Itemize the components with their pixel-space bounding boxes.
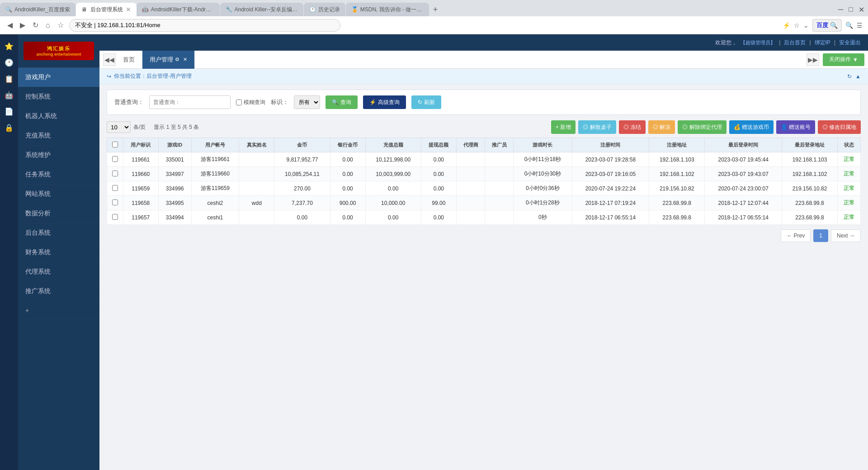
- logout-link[interactable]: 安全退出: [839, 39, 861, 47]
- search-icon2: 🔍: [332, 99, 339, 105]
- menu-icon[interactable]: ☰: [857, 22, 863, 29]
- per-page-select[interactable]: 10 20 50 100: [107, 121, 131, 133]
- nav-prev-btn[interactable]: ◀◀: [103, 53, 116, 66]
- record-count: 显示 1 至 5 共 5 条: [154, 123, 199, 131]
- cell-checkbox[interactable]: [107, 196, 123, 210]
- back-button[interactable]: ◀: [5, 20, 14, 30]
- browser-tab-3[interactable]: 🤖 AndroidKiller下载-AndroidKille...: [137, 3, 220, 16]
- sidebar-item-task[interactable]: 任务系统: [18, 165, 99, 185]
- unbind-agent-label: ◎ 解除绑定代理: [682, 123, 722, 131]
- th-coins: 金币: [274, 138, 330, 152]
- refresh-button[interactable]: ↻ 刷新: [411, 95, 441, 109]
- sidebar-icon-star[interactable]: ⭐: [2, 39, 16, 53]
- unfreeze-button[interactable]: ◎ 解冻: [648, 120, 675, 134]
- tab-close-icon[interactable]: ✕: [183, 57, 187, 62]
- sidebar-item-data[interactable]: 数据分析: [18, 204, 99, 223]
- row-checkbox-2[interactable]: [112, 185, 118, 191]
- gift-coin-button[interactable]: 💰 赠送游戏币: [729, 120, 774, 134]
- sidebar-item-finance[interactable]: 财务系统: [18, 243, 99, 262]
- sidebar-item-promo[interactable]: 推广系统: [18, 282, 99, 301]
- tab-user-management[interactable]: 用户管理 ⚙ ✕: [142, 51, 195, 69]
- cell-real-name: [239, 181, 274, 196]
- sidebar-item-game-users[interactable]: 游戏用户: [18, 68, 99, 87]
- advanced-icon: ⚡: [369, 99, 376, 105]
- browser-tab-1[interactable]: 🔍 AndroidKiller_百度搜索: [0, 3, 75, 16]
- tab-home[interactable]: 首页: [116, 51, 142, 69]
- backend-home-link[interactable]: 后台首页: [784, 39, 806, 47]
- search-box[interactable]: 百度 🔍: [812, 19, 842, 32]
- sidebar-icon-robot[interactable]: 🤖: [2, 88, 16, 102]
- browser-tab-2[interactable]: 🖥 后台管理系统 ✕: [76, 3, 137, 16]
- sidebar-item-more[interactable]: +: [18, 301, 99, 320]
- sidebar-item-game-users-label: 游戏用户: [25, 73, 51, 81]
- browser-tab-4[interactable]: 🔧 Android Killer--安卓反编译工具...: [220, 3, 303, 16]
- page-1-button[interactable]: 1: [813, 229, 828, 242]
- forward-button[interactable]: ▶: [18, 20, 27, 30]
- home-button[interactable]: ⌂: [44, 20, 52, 30]
- cell-checkbox[interactable]: [107, 181, 123, 196]
- refresh-icon[interactable]: ↻: [847, 73, 852, 80]
- cell-coins: 270.00: [274, 181, 330, 196]
- cell-promoter: [485, 167, 514, 181]
- close-ops-button[interactable]: 关闭操作 ▼: [823, 53, 864, 66]
- cell-promoter: [485, 196, 514, 210]
- cell-last-login-addr: 223.68.99.8: [782, 196, 838, 210]
- header-row: 用户标识 游戏ID 用户帐号 真实姓名 金币 银行金币 充值总额 提现总额 代理…: [107, 138, 861, 152]
- select-all-checkbox[interactable]: [112, 142, 118, 147]
- browser-tab-6[interactable]: 🏅 MSDN, 我告诉你 - 做一个安静...: [346, 3, 429, 16]
- sidebar-item-recharge[interactable]: 充值系统: [18, 126, 99, 146]
- sidebar-item-agent[interactable]: 代理系统: [18, 262, 99, 282]
- unfreeze-label: ◎ 解冻: [653, 123, 670, 131]
- bookmark-button[interactable]: ☆: [56, 20, 66, 30]
- nav-next-btn[interactable]: ▶▶: [807, 53, 819, 66]
- modify-button[interactable]: ◎ 修改归属地: [818, 120, 861, 134]
- th-last-login: 最后登录时间: [705, 138, 782, 152]
- sidebar-icon-list[interactable]: 📋: [2, 71, 16, 86]
- tab1-label: AndroidKiller_百度搜索: [14, 6, 70, 14]
- next-page-button[interactable]: Next →: [831, 229, 861, 242]
- search-button[interactable]: 🔍 查询: [326, 95, 358, 109]
- browser-tab-5[interactable]: 🕐 历史记录: [304, 3, 345, 16]
- close-icon[interactable]: ✕: [859, 5, 864, 14]
- fuzzy-search-checkbox[interactable]: [236, 100, 242, 105]
- cell-reg-time: 2023-03-07 19:16:05: [572, 167, 649, 181]
- search-input[interactable]: [149, 95, 231, 109]
- star-icon[interactable]: ☆: [794, 22, 800, 29]
- minimize-icon[interactable]: ─: [838, 5, 843, 14]
- sidebar-icon-lock[interactable]: 🔒: [2, 120, 16, 135]
- search-icon[interactable]: 🔍: [845, 22, 853, 29]
- collapse-icon[interactable]: ▲: [855, 73, 861, 80]
- sidebar-item-website[interactable]: 网站系统: [18, 185, 99, 204]
- sidebar-icon-history[interactable]: 🕐: [2, 55, 16, 70]
- address-input[interactable]: [69, 19, 340, 32]
- reload-button[interactable]: ↻: [31, 20, 40, 30]
- sidebar-icon-doc[interactable]: 📄: [2, 104, 16, 119]
- advanced-search-button[interactable]: ⚡ 高级查询: [363, 95, 406, 109]
- maximize-icon[interactable]: □: [849, 5, 853, 14]
- cell-checkbox[interactable]: [107, 167, 123, 181]
- sidebar-item-finance-label: 财务系统: [25, 248, 51, 256]
- row-checkbox-0[interactable]: [112, 156, 118, 162]
- cell-checkbox[interactable]: [107, 152, 123, 167]
- row-checkbox-3[interactable]: [112, 199, 118, 205]
- sidebar-item-backend[interactable]: 后台系统: [18, 223, 99, 243]
- sidebar-item-maintenance[interactable]: 系统维护: [18, 146, 99, 165]
- unbind-agent-button[interactable]: ◎ 解除绑定代理: [678, 120, 726, 134]
- disperse-button[interactable]: ◎ 解散桌子: [578, 120, 616, 134]
- row-checkbox-4[interactable]: [112, 214, 118, 220]
- tab2-close[interactable]: ✕: [126, 6, 131, 13]
- cell-account: 游客119661: [191, 152, 239, 167]
- add-button[interactable]: + 新增: [551, 120, 576, 134]
- bind-ip-link[interactable]: 绑定IP: [815, 39, 830, 47]
- fuzzy-search-label[interactable]: 模糊查询: [236, 99, 265, 106]
- gift-account-button[interactable]: 👤 赠送账号: [776, 120, 815, 134]
- prev-page-button[interactable]: ← Prev: [781, 229, 811, 242]
- freeze-button[interactable]: ◎ 冻结: [619, 120, 646, 134]
- sidebar-item-control[interactable]: 控制系统: [18, 87, 99, 107]
- tag-select[interactable]: 所有 正常 冻结: [294, 95, 320, 109]
- dropdown-icon[interactable]: ⌄: [803, 22, 809, 29]
- cell-checkbox[interactable]: [107, 210, 123, 225]
- new-tab-button[interactable]: +: [429, 3, 442, 16]
- row-checkbox-1[interactable]: [112, 171, 118, 176]
- sidebar-item-robot[interactable]: 机器人系统: [18, 107, 99, 126]
